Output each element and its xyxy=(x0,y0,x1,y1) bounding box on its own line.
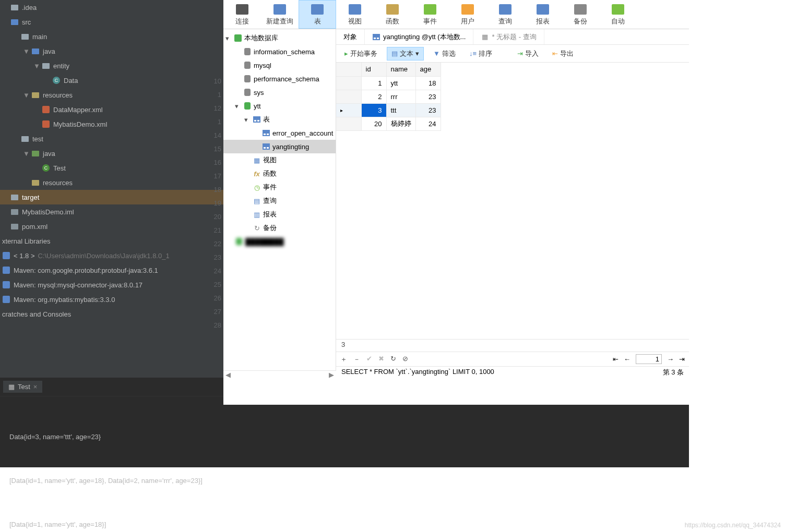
db-item-表[interactable]: ▾表 xyxy=(223,113,336,126)
scratches[interactable]: cratches and Consoles xyxy=(0,307,223,321)
export-icon: ⇤ xyxy=(552,50,558,57)
folder-icon xyxy=(42,62,50,70)
col-id[interactable]: id xyxy=(361,63,386,76)
db-item-本地数据库[interactable]: ▾本地数据库 xyxy=(223,31,336,45)
tree-item-java[interactable]: ▼java xyxy=(0,146,223,161)
close-icon[interactable]: × xyxy=(33,383,38,391)
db-item-备份[interactable]: ↻备份 xyxy=(223,221,336,235)
mvn2[interactable]: Maven: mysql:mysql-connector-java:8.0.17 xyxy=(0,277,223,292)
table-row[interactable]: ▸3ttt23 xyxy=(336,103,441,117)
jdk-path: C:\Users\admin\Downloads\Java\jdk1.8.0_1 xyxy=(38,252,169,260)
tab-objects[interactable]: 对象 xyxy=(336,29,365,44)
refresh-button[interactable]: ↻ xyxy=(390,355,396,364)
database-icon xyxy=(243,102,252,110)
dropdown-icon: ▾ xyxy=(415,50,419,57)
data-grid[interactable]: idnameage1ytt182rrr23▸3ttt2320杨婷婷24 xyxy=(336,63,441,131)
page-input[interactable] xyxy=(636,354,662,364)
toolbar-备份[interactable]: 备份 xyxy=(562,0,599,29)
del-row-button[interactable]: － xyxy=(353,355,360,364)
db-item-函数[interactable]: fx函数 xyxy=(223,167,336,180)
toolbar-报表[interactable]: 报表 xyxy=(524,0,562,29)
tree-item-Test[interactable]: CTest xyxy=(0,161,223,175)
fx-icon: fx xyxy=(253,170,261,178)
apply-button[interactable]: ✔ xyxy=(366,355,372,364)
tree-item-main[interactable]: main xyxy=(0,29,223,44)
ext-lib[interactable]: xternal Libraries xyxy=(0,234,223,248)
tree-item-pom.xml[interactable]: pom.xml xyxy=(0,219,223,234)
tree-item-target[interactable]: target xyxy=(0,190,223,204)
export-button[interactable]: ⇤导出 xyxy=(548,47,578,60)
tree-item-entity[interactable]: ▼entity xyxy=(0,58,223,73)
class-icon: C xyxy=(42,164,50,172)
sort-button[interactable]: ↓≡排序 xyxy=(465,47,496,60)
toolbar-icon xyxy=(611,3,625,16)
toolbar-icon xyxy=(460,3,475,16)
prev-page-button[interactable]: ← xyxy=(624,355,631,363)
tab-query[interactable]: ▦ * 无标题 - 查询 xyxy=(473,29,544,44)
tree-item-resources[interactable]: resources xyxy=(0,175,223,190)
db-item-查询[interactable]: ▤查询 xyxy=(223,194,336,208)
database-icon xyxy=(243,61,252,69)
table-row[interactable]: 2rrr23 xyxy=(336,90,441,103)
db-item-information_schema[interactable]: information_schema xyxy=(223,45,336,58)
file-icon xyxy=(10,222,19,231)
toolbar-函数[interactable]: 函数 xyxy=(374,0,411,29)
filter-button[interactable]: ▼筛选 xyxy=(429,47,460,60)
h-scroll[interactable]: ◀▶ xyxy=(223,370,336,379)
col-name[interactable]: name xyxy=(386,63,415,76)
db-item-事件[interactable]: ◷事件 xyxy=(223,180,336,194)
col-age[interactable]: age xyxy=(415,63,441,76)
jdk-row[interactable]: < 1.8 > C:\Users\admin\Downloads\Java\jd… xyxy=(0,248,223,263)
add-row-button[interactable]: ＋ xyxy=(340,355,347,364)
next-page-button[interactable]: → xyxy=(667,355,674,363)
tree-item-test[interactable]: test xyxy=(0,131,223,146)
tree-item-java[interactable]: ▼java xyxy=(0,44,223,58)
stop-button[interactable]: ⊘ xyxy=(402,355,408,364)
toolbar-自动[interactable]: 自动 xyxy=(599,0,637,29)
toolbar-视图[interactable]: 视图 xyxy=(336,0,374,29)
db-item-ytt[interactable]: ▾ytt xyxy=(223,99,336,113)
db-item-yangtingting[interactable]: yangtingting xyxy=(223,140,336,153)
query-icon: ▦ xyxy=(481,33,489,41)
tree-item-MybatisDemo.xml[interactable]: MybatisDemo.xml xyxy=(0,117,223,131)
tree-item-.idea[interactable]: .idea xyxy=(0,0,223,15)
toolbar-新建查询[interactable]: 新建查询 xyxy=(261,0,299,29)
table-row[interactable]: 1ytt18 xyxy=(336,76,441,90)
console-tab-test[interactable]: ▦ Test × xyxy=(3,381,42,393)
xml-icon xyxy=(42,120,50,128)
tree-item-MybatisDemo.iml[interactable]: MybatisDemo.iml xyxy=(0,204,223,219)
toolbar-事件[interactable]: 事件 xyxy=(411,0,449,29)
toolbar-用户[interactable]: 用户 xyxy=(449,0,486,29)
db-item-mysql[interactable]: mysql xyxy=(223,58,336,72)
toolbar-查询[interactable]: 查询 xyxy=(486,0,524,29)
toolbar-icon xyxy=(385,3,400,16)
status-val: 3 xyxy=(336,339,689,352)
console-line: [Data{id=1, name='ytt', age=18}, Data{id… xyxy=(9,474,680,488)
toolbar-连接[interactable]: 连接 xyxy=(223,0,261,29)
folder-icon xyxy=(21,135,29,143)
tree-item-src[interactable]: src xyxy=(0,15,223,29)
db-item-error_open_account[interactable]: error_open_account xyxy=(223,126,336,140)
tree-item-DataMapper.xml[interactable]: DataMapper.xml xyxy=(0,102,223,117)
mvn1[interactable]: Maven: com.google.protobuf:protobuf-java… xyxy=(0,263,223,277)
last-page-button[interactable]: ⇥ xyxy=(679,355,685,363)
tree-item-resources[interactable]: ▼resources xyxy=(0,88,223,102)
db-item-sys[interactable]: sys xyxy=(223,86,336,99)
text-icon: ▤ xyxy=(391,50,398,57)
tree-item-Data[interactable]: CData xyxy=(0,73,223,88)
tab-table[interactable]: yangtingting @ytt (本地数... xyxy=(365,29,473,44)
folder-icon xyxy=(31,149,40,158)
begin-trans-button[interactable]: ▸开始事务 xyxy=(340,47,382,60)
cancel-button[interactable]: ✖ xyxy=(378,355,384,364)
text-button[interactable]: ▤文本▾ xyxy=(387,47,424,61)
toolbar-表[interactable]: 表 xyxy=(299,0,336,29)
db-item-视图[interactable]: ▦视图 xyxy=(223,153,336,167)
db-item-报表[interactable]: ▥报表 xyxy=(223,208,336,221)
mvn3[interactable]: Maven: org.mybatis:mybatis:3.3.0 xyxy=(0,292,223,307)
database-icon xyxy=(243,75,252,83)
db-item-performance_schema[interactable]: performance_schema xyxy=(223,72,336,86)
toolbar-icon xyxy=(498,3,513,16)
import-button[interactable]: ⇥导入 xyxy=(513,47,543,60)
table-row[interactable]: 20杨婷婷24 xyxy=(336,117,441,130)
first-page-button[interactable]: ⇤ xyxy=(613,355,619,363)
